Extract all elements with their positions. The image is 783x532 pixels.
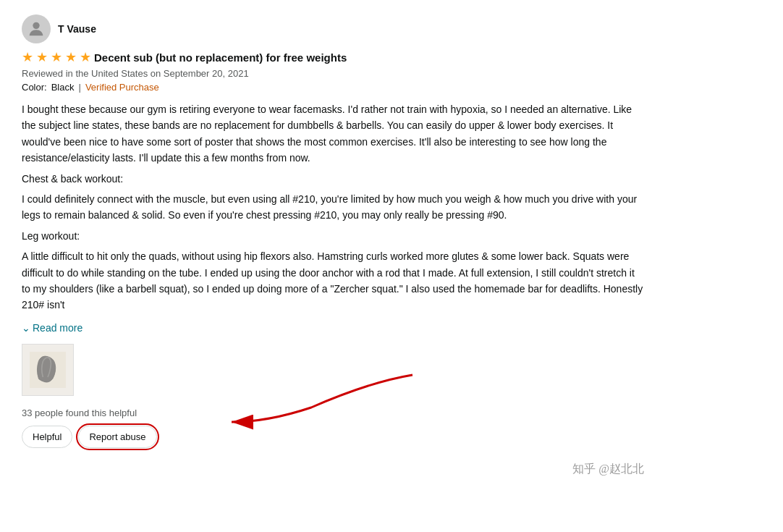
watermark-text: 知乎 @赵北北 (572, 462, 644, 477)
verified-purchase-badge: Verified Purchase (85, 82, 159, 93)
star-rating: ★ ★ ★ ★ ★ Decent sub (but no replacement… (22, 49, 644, 65)
review-attributes: Color: Black | Verified Purchase (22, 82, 644, 93)
read-more-label: Read more (33, 322, 82, 334)
action-buttons: Helpful Report abuse 知乎 @赵北北 (22, 426, 644, 448)
annotation-area: Helpful Report abuse 知乎 @赵北北 (22, 426, 644, 448)
color-value: Black (51, 82, 75, 93)
review-paragraph-1: I bought these because our gym is retiri… (22, 101, 644, 166)
review-paragraph-4: Leg workout: (22, 228, 644, 244)
star-2: ★ (36, 49, 48, 65)
read-more-link[interactable]: ⌄ Read more (22, 322, 82, 334)
review-image-container (22, 344, 644, 396)
star-4: ★ (65, 49, 77, 65)
report-abuse-button[interactable]: Report abuse (78, 426, 156, 448)
review-image-thumbnail[interactable] (22, 344, 74, 396)
star-5: ★ (80, 49, 91, 65)
star-3: ★ (51, 49, 62, 65)
review-paragraph-5: A little difficult to hit only the quads… (22, 248, 644, 313)
review-title: Decent sub (but no replacement) for free… (94, 51, 347, 64)
color-label: Color: (22, 82, 47, 93)
helpful-count-text: 33 people found this helpful (22, 408, 644, 418)
reviewer-name: T Vause (58, 23, 96, 35)
avatar (22, 14, 51, 43)
review-paragraph-3: I could definitely connect with the musc… (22, 191, 644, 224)
attribute-separator: | (78, 82, 80, 93)
review-body: I bought these because our gym is retiri… (22, 101, 644, 313)
reviewer-header: T Vause (22, 14, 644, 43)
helpful-button[interactable]: Helpful (22, 426, 72, 448)
chevron-down-icon: ⌄ (22, 322, 30, 334)
review-paragraph-2: Chest & back workout: (22, 171, 644, 187)
review-container: T Vause ★ ★ ★ ★ ★ Decent sub (but no rep… (22, 14, 644, 448)
review-meta: Reviewed in the United States on Septemb… (22, 68, 644, 79)
svg-point-0 (33, 22, 39, 29)
star-1: ★ (22, 49, 33, 65)
